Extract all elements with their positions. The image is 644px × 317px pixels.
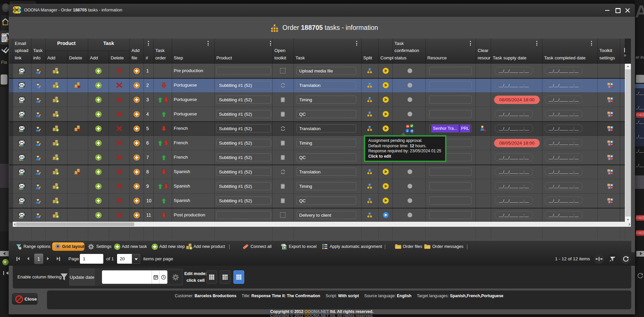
svg-text:?: ?: [411, 129, 413, 133]
